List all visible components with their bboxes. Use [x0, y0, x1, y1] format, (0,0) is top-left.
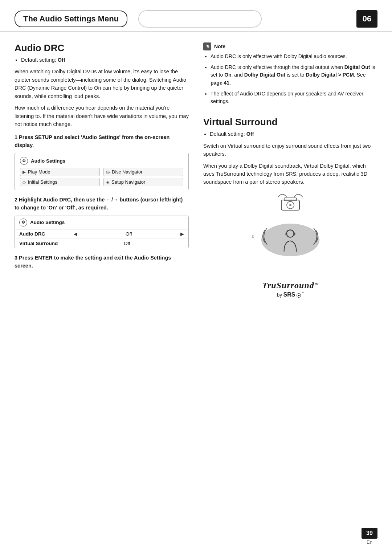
virtual-surround-section: Virtual Surround Default setting: Off Sw…	[203, 117, 377, 298]
on-bold: On	[224, 72, 231, 78]
menu-item-setup-navigator: ◈ Setup Navigator	[103, 178, 183, 186]
virtual-surround-row-value: Off	[70, 241, 184, 246]
vs-default-setting-item: Default setting: Off	[210, 130, 377, 138]
disc-navigator-icon: ◎	[106, 170, 110, 175]
virtual-surround-row-label: Virtual Surround	[19, 241, 70, 246]
srs-registered: ●	[297, 293, 301, 298]
page-title: The Audio Settings Menu	[15, 11, 127, 27]
step2-heading-text: 2 Highlight Audio DRC, then use the ←/→ …	[15, 197, 183, 211]
page-lang: En	[367, 539, 372, 545]
note-box: ✎ Note Audio DRC is only effective with …	[203, 42, 377, 106]
play-mode-icon: ▶	[23, 170, 26, 175]
note-label: Note	[214, 44, 225, 49]
left-column: Audio DRC Default setting: Off When watc…	[15, 42, 189, 298]
menu-item-play-mode: ▶ Play Mode	[20, 168, 100, 176]
step3-heading-text: 3 Press ENTER to make the setting and ex…	[15, 255, 171, 269]
default-setting-label: Default setting:	[21, 57, 56, 63]
trusurround-text: TruSurround	[262, 281, 314, 290]
page-header: The Audio Settings Menu 06	[0, 0, 392, 32]
note-icon: ✎	[203, 42, 211, 50]
audio-drc-title: Audio DRC	[15, 42, 189, 54]
audio-settings-icon: ⚙	[20, 157, 28, 165]
top-speaker-icon	[278, 193, 303, 217]
svg-rect-6	[286, 233, 287, 236]
settings-row-audio-drc: Audio DRC ◀ Off ▶	[15, 229, 188, 239]
settings-mockup-box: ⚙ Audio Settings Audio DRC ◀ Off ▶ Virtu…	[15, 216, 189, 248]
vs-para-1: Switch on Virtual surround to enjoy surr…	[203, 142, 377, 158]
wave-left-icon: ♫	[250, 227, 269, 248]
digital-out-bold: Digital Out	[344, 64, 370, 70]
vs-default-setting: Default setting: Off	[203, 130, 377, 138]
right-column: ✎ Note Audio DRC is only effective with …	[203, 42, 377, 298]
menu-grid: ▶ Play Mode ◎ Disc Navigator ◇ Initial S…	[20, 168, 183, 186]
page-footer: 39 En	[362, 528, 377, 545]
menu-mockup-box: ⚙ Audio Settings ▶ Play Mode ◎ Disc Navi…	[15, 153, 189, 190]
vs-default-setting-value: Off	[246, 131, 254, 137]
note-bullet-3: The effect of Audio DRC depends on your …	[211, 90, 377, 106]
step1-heading: 1 Press SETUP and select 'Audio Settings…	[15, 134, 189, 150]
svg-rect-7	[294, 233, 295, 236]
trusurround-byline: by SRS ● *	[203, 291, 377, 298]
dolby-digital-out-bold: Dolby Digital Out	[244, 72, 286, 78]
vs-default-setting-label: Default setting:	[210, 131, 245, 137]
listener-icon	[281, 228, 301, 254]
audio-drc-arrow-right: ▶	[180, 231, 184, 237]
page-ref-bold: page 41	[211, 80, 229, 86]
note-header: ✎ Note	[203, 42, 377, 50]
trusurround-tm: ™	[314, 282, 319, 287]
virtual-surround-title: Virtual Surround	[203, 117, 377, 128]
initial-settings-label: Initial Settings	[28, 179, 57, 185]
settings-header-icon: ⚙	[19, 219, 27, 227]
menu-item-disc-navigator: ◎ Disc Navigator	[103, 168, 183, 176]
note-bullets-list: Audio DRC is only effective with Dolby D…	[203, 53, 377, 106]
menu-box-title: Audio Settings	[31, 158, 65, 164]
audio-drc-default-setting: Default setting: Off	[15, 56, 189, 64]
audio-drc-row-value: Off	[77, 231, 180, 237]
note-bullet-1: Audio DRC is only effective with Dolby D…	[211, 53, 377, 61]
menu-item-initial-settings: ◇ Initial Settings	[20, 178, 100, 186]
settings-box-title: Audio Settings	[30, 220, 65, 225]
settings-box-header: ⚙ Audio Settings	[15, 216, 188, 229]
dolby-pcm-bold: Dolby Digital > PCM	[306, 72, 354, 78]
wave-right-icon	[312, 227, 330, 248]
audio-drc-row-label: Audio DRC	[19, 231, 70, 237]
svg-text:♫: ♫	[251, 234, 255, 239]
default-setting-value: Off	[58, 57, 65, 63]
svg-point-3	[289, 204, 291, 206]
note-bullet-1-text: Audio DRC is only effective with Dolby D…	[211, 53, 347, 59]
step3-heading: 3 Press ENTER to make the setting and ex…	[15, 254, 189, 270]
play-mode-label: Play Mode	[28, 169, 50, 175]
note-bullet-2: Audio DRC is only effective through the …	[211, 64, 377, 87]
step2-heading: 2 Highlight Audio DRC, then use the ←/→ …	[15, 196, 189, 212]
registered-mark: *	[302, 291, 304, 295]
setup-navigator-label: Setup Navigator	[111, 179, 145, 185]
srs-text: SRS	[283, 291, 295, 298]
note-bullet-3-text: The effect of Audio DRC depends on your …	[211, 91, 363, 105]
trusurround-brand: TruSurround™	[203, 281, 377, 290]
audio-drc-para-1: When watching Dolby Digital DVDs at low …	[15, 68, 189, 100]
default-setting-item: Default setting: Off	[21, 56, 189, 64]
setup-navigator-icon: ◈	[106, 180, 109, 185]
trusurround-diagram: ♫	[236, 193, 345, 273]
initial-settings-icon: ◇	[23, 180, 26, 185]
vs-para-2: When you play a Dolby Digital soundtrack…	[203, 162, 377, 186]
chapter-number: 06	[356, 10, 377, 28]
main-content: Audio DRC Default setting: Off When watc…	[0, 42, 392, 298]
audio-drc-arrow-left: ◀	[74, 231, 77, 237]
page-number: 39	[362, 528, 377, 539]
settings-row-virtual-surround: Virtual Surround Off	[15, 239, 188, 248]
menu-box-header: ⚙ Audio Settings	[20, 157, 183, 165]
audio-drc-para-2: How much of a difference you hear depend…	[15, 104, 189, 128]
disc-navigator-label: Disc Navigator	[112, 169, 143, 175]
header-oval	[138, 10, 262, 28]
trusurround-logo: TruSurround™ by SRS ● *	[203, 281, 377, 298]
by-text: by	[277, 292, 283, 298]
